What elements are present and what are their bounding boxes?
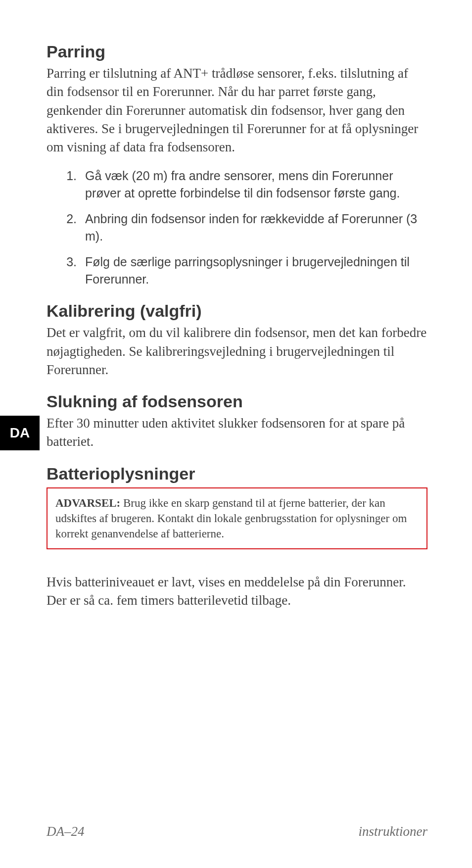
list-item: Følg de særlige parringsoplysninger i br… [80,253,427,288]
body-kalibrering: Det er valgfrit, om du vil kalibrere din… [47,324,427,379]
section-batteri: Batterioplysninger ADVARSEL: Brug ikke e… [47,464,427,610]
steps-list: Gå væk (20 m) fra andre sensorer, mens d… [47,167,427,288]
warning-box: ADVARSEL: Brug ikke en skarp genstand ti… [47,487,427,549]
page-content: Parring Parring er tilslutning af ANT+ t… [0,0,472,652]
section-parring: Parring Parring er tilslutning af ANT+ t… [47,42,427,288]
language-tab: DA [0,416,40,450]
list-item: Anbring din fodsensor inden for rækkevid… [80,210,427,244]
footer-page-number: DA–24 [47,824,85,839]
warning-label: ADVARSEL: [55,497,120,509]
footer-doc-title: instruktioner [359,824,428,839]
heading-slukning: Slukning af fodsensoren [47,392,427,411]
page-footer: DA–24 instruktioner [47,824,427,839]
heading-batteri: Batterioplysninger [47,464,427,483]
section-slukning: Slukning af fodsensoren Efter 30 minutte… [47,392,427,451]
body-slukning: Efter 30 minutter uden aktivitet slukker… [47,414,427,451]
body-batteri: Hvis batteriniveauet er lavt, vises en m… [47,573,427,610]
heading-kalibrering: Kalibrering (valgfri) [47,301,427,321]
warning-content: ADVARSEL: Brug ikke en skarp genstand ti… [55,497,407,540]
list-item: Gå væk (20 m) fra andre sensorer, mens d… [80,167,427,201]
heading-parring: Parring [47,42,427,61]
body-parring: Parring er tilslutning af ANT+ trådløse … [47,64,427,156]
section-kalibrering: Kalibrering (valgfri) Det er valgfrit, o… [47,301,427,379]
